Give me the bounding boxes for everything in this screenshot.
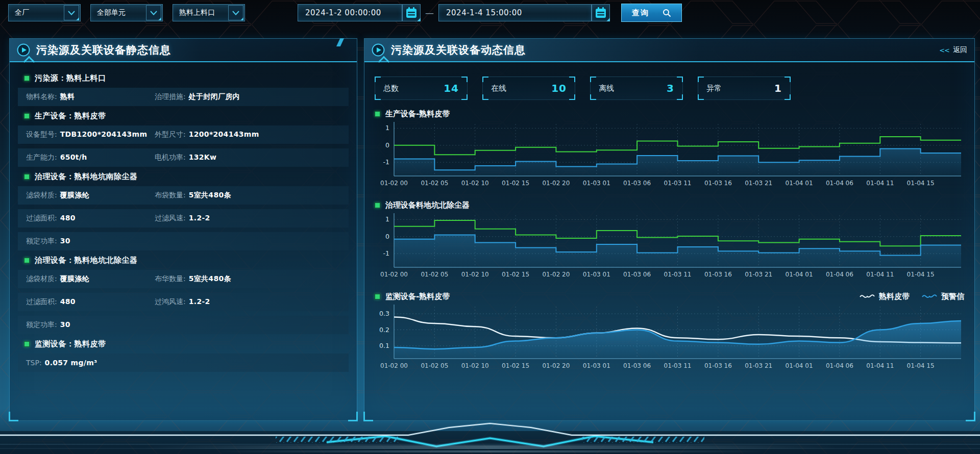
field-value: 30 bbox=[60, 237, 70, 245]
chart-canvas[interactable]: 10-101-02 0001-02 0501-02 1001-02 1501-0… bbox=[375, 120, 965, 191]
chart-canvas[interactable]: 10-101-02 0001-02 0501-02 1001-02 1501-0… bbox=[375, 211, 965, 283]
field-value: 5室共480条 bbox=[189, 274, 231, 284]
charts-area: 生产设备-熟料皮带10-101-02 0001-02 0501-02 1001-… bbox=[364, 108, 974, 374]
date-from-calendar-button[interactable] bbox=[402, 4, 421, 21]
legend-item[interactable]: 熟料皮带 bbox=[860, 292, 910, 301]
footer-decoration bbox=[0, 421, 980, 454]
corner-accent bbox=[375, 77, 381, 82]
chart-canvas[interactable]: 0.30.20.101-02 0001-02 0501-02 1001-02 1… bbox=[375, 302, 965, 374]
filter-select[interactable]: 全厂 bbox=[8, 4, 81, 21]
field-value: TDB1200*204143mm bbox=[60, 130, 148, 138]
field-value: 480 bbox=[60, 214, 76, 222]
field-value: 132Kw bbox=[189, 153, 217, 161]
stat-label: 离线 bbox=[599, 84, 614, 93]
svg-text:01-04 11: 01-04 11 bbox=[866, 180, 894, 187]
date-from-value: 2024-1-2 00:00:00 bbox=[305, 8, 381, 17]
field-value: 1200*204143mm bbox=[189, 130, 259, 138]
field-label: 电机功率: bbox=[155, 153, 186, 162]
back-button[interactable]: << 返回 bbox=[939, 45, 967, 55]
stat-card: 在线 10 bbox=[482, 77, 575, 100]
field-value: 1.2-2 bbox=[189, 214, 210, 222]
stat-label: 在线 bbox=[491, 84, 506, 93]
svg-text:01-03 01: 01-03 01 bbox=[583, 180, 610, 187]
filter-select[interactable]: 全部单元 bbox=[90, 4, 163, 21]
chart-titlebar: 治理设备料地坑北除尘器 bbox=[375, 199, 964, 211]
field-value: 5室共480条 bbox=[189, 191, 231, 200]
filter-select[interactable]: 熟料上料口 bbox=[173, 4, 245, 21]
field-value: 30 bbox=[60, 320, 70, 329]
svg-text:01-03 16: 01-03 16 bbox=[704, 362, 732, 369]
svg-text:0: 0 bbox=[385, 233, 389, 240]
svg-text:01-02 10: 01-02 10 bbox=[461, 180, 489, 187]
corner-accent bbox=[698, 94, 704, 100]
info-field: 过滤风速:1.2-2 bbox=[155, 214, 349, 223]
svg-text:01-03 11: 01-03 11 bbox=[664, 362, 692, 369]
svg-text:01-04 15: 01-04 15 bbox=[907, 271, 935, 278]
info-field: TSP:0.057 mg/m³ bbox=[26, 359, 155, 367]
stat-value: 14 bbox=[444, 82, 459, 94]
field-label: 布袋数量: bbox=[155, 191, 186, 200]
chart-block: 监测设备-熟料皮带熟料皮带预警信0.30.20.101-02 0001-02 0… bbox=[375, 290, 964, 374]
static-info-panel: 污染源及关联设备静态信息 污染源：熟料上料口物料名称:熟料治理措施:处于封闭厂房… bbox=[9, 38, 357, 421]
stat-label: 异常 bbox=[706, 84, 722, 93]
info-row: 过滤面积:480过鸿风速:1.2-2 bbox=[18, 293, 349, 311]
svg-text:01-02 20: 01-02 20 bbox=[542, 180, 570, 187]
svg-text:01-04 01: 01-04 01 bbox=[786, 362, 813, 369]
stat-value: 10 bbox=[551, 82, 567, 94]
corner-accent bbox=[461, 77, 468, 82]
field-label: 物料名称: bbox=[26, 92, 57, 102]
svg-text:0.1: 0.1 bbox=[379, 342, 389, 349]
svg-text:01-04 11: 01-04 11 bbox=[866, 271, 894, 278]
section-heading: 监测设备：熟料皮带 bbox=[24, 339, 349, 349]
chart-title: 治理设备料地坑北除尘器 bbox=[385, 200, 470, 210]
field-label: 滤袋材质: bbox=[26, 191, 57, 200]
field-label: TSP: bbox=[26, 359, 42, 367]
dynamic-info-title: 污染源及关联设备动态信息 bbox=[391, 43, 526, 57]
legend-item[interactable]: 预警信 bbox=[922, 292, 964, 301]
svg-text:01-02 00: 01-02 00 bbox=[380, 271, 408, 278]
svg-text:0.3: 0.3 bbox=[379, 310, 389, 317]
info-field: 生产能力:650t/h bbox=[26, 153, 155, 162]
svg-text:01-03 06: 01-03 06 bbox=[623, 180, 651, 187]
chart-titlebar: 生产设备-熟料皮带 bbox=[375, 108, 964, 120]
top-toolbar: 全厂 全部单元 熟料上料口 2024-1-2 00:00:00 bbox=[8, 4, 682, 21]
green-square-icon bbox=[24, 174, 30, 180]
svg-text:01-02 15: 01-02 15 bbox=[502, 271, 529, 278]
info-row: 过滤面积:480过滤风速:1.2-2 bbox=[18, 209, 349, 228]
filter-select-value: 全厂 bbox=[15, 8, 29, 17]
info-row: 生产能力:650t/h电机功率:132Kw bbox=[18, 148, 349, 167]
back-arrows-icon: << bbox=[939, 46, 949, 54]
section-heading: 生产设备：熟料皮带 bbox=[24, 111, 349, 121]
wave-line-icon bbox=[922, 293, 937, 299]
info-field: 额定功率:30 bbox=[26, 320, 155, 330]
info-field: 治理措施:处于封闭厂房内 bbox=[155, 92, 349, 102]
field-value: 覆膜涤纶 bbox=[60, 191, 89, 200]
date-from-input[interactable]: 2024-1-2 00:00:00 bbox=[298, 4, 402, 21]
stat-card: 总数 14 bbox=[375, 77, 468, 100]
field-label: 过滤面积: bbox=[26, 214, 57, 223]
green-square-icon bbox=[24, 341, 30, 347]
svg-text:01-04 15: 01-04 15 bbox=[907, 180, 935, 187]
date-to-input[interactable]: 2024-1-4 15:00:00 bbox=[438, 4, 592, 21]
query-button[interactable]: 查询 bbox=[621, 4, 682, 22]
chart-titlebar: 监测设备-熟料皮带熟料皮带预警信 bbox=[375, 290, 964, 302]
info-row: 额定功率:30 bbox=[18, 316, 349, 334]
section-title: 生产设备：熟料皮带 bbox=[35, 111, 106, 121]
corner-accent bbox=[785, 94, 791, 100]
svg-text:01-02 10: 01-02 10 bbox=[461, 271, 489, 278]
filter-selects: 全厂 全部单元 熟料上料口 bbox=[8, 4, 255, 21]
green-square-icon bbox=[375, 203, 380, 208]
info-row: 设备型号:TDB1200*204143mm外型尺寸:1200*204143mm bbox=[18, 125, 349, 144]
svg-text:01-02 20: 01-02 20 bbox=[542, 271, 570, 278]
field-label: 过滤风速: bbox=[155, 214, 186, 223]
search-icon bbox=[663, 9, 671, 17]
info-field: 过滤面积:480 bbox=[26, 297, 155, 307]
filter-select-value: 全部单元 bbox=[97, 8, 126, 17]
chart-title: 生产设备-熟料皮带 bbox=[385, 109, 450, 119]
green-square-icon bbox=[24, 258, 30, 263]
field-value: 熟料 bbox=[60, 92, 75, 102]
corner-accent bbox=[569, 94, 575, 100]
field-label: 布华数量: bbox=[155, 274, 186, 284]
info-row: TSP:0.057 mg/m³ bbox=[18, 354, 349, 372]
date-to-calendar-button[interactable] bbox=[592, 4, 610, 21]
